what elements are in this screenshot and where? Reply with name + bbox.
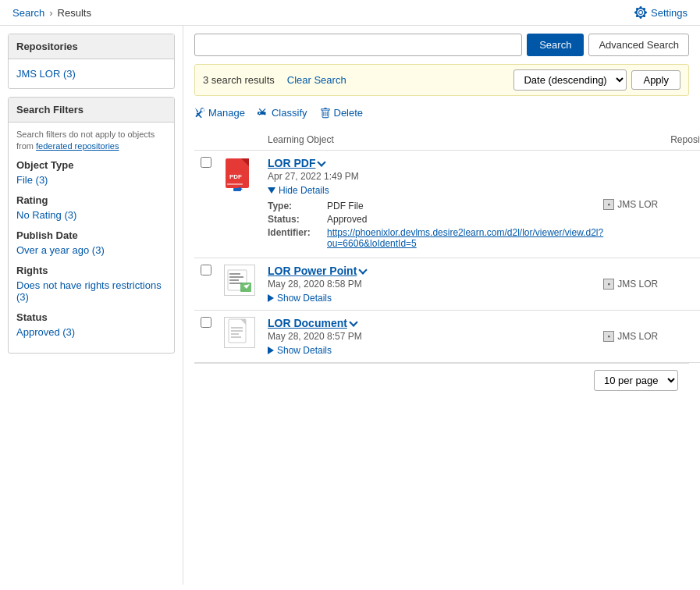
svg-rect-5 xyxy=(227,183,243,185)
filter-group-status: Status Approved (3) xyxy=(16,311,166,339)
repo-icon-3: ▪ xyxy=(603,331,614,342)
show-details-button-3[interactable]: Show Details xyxy=(268,345,332,356)
search-bar: Search Advanced Search xyxy=(194,34,689,56)
row-checkbox-1[interactable] xyxy=(201,157,211,168)
sidebar: Repositories JMS LOR (3) Search Filters … xyxy=(0,26,183,585)
repo-badge-3: ▪ JMS LOR xyxy=(603,331,658,342)
detail-identifier-row: Identifier: https://phoenixlor.devlms.de… xyxy=(268,227,603,249)
triangle-down-icon-1 xyxy=(268,187,275,194)
delete-label: Delete xyxy=(334,107,364,119)
hide-details-button-1[interactable]: Hide Details xyxy=(268,185,329,196)
filter-item-no-rights-restrictions[interactable]: Does not have rights restrictions (3) xyxy=(16,279,166,304)
filter-note: Search filters do not apply to objects f… xyxy=(16,129,166,153)
svg-rect-0 xyxy=(258,112,266,115)
svg-rect-9 xyxy=(229,273,240,275)
doc-thumbnail xyxy=(224,317,255,348)
tag-icon xyxy=(258,108,268,119)
classify-button[interactable]: Classify xyxy=(258,107,307,119)
filters-title: Search Filters xyxy=(9,98,174,123)
show-details-label-2: Show Details xyxy=(277,293,332,304)
action-toolbar: Manage Classify Delete xyxy=(194,104,689,122)
result-title-row-3: LOR Document May 28, 2020 8:57 PM Show D… xyxy=(268,317,658,356)
breadcrumb-separator: › xyxy=(49,7,52,19)
filter-group-object-type: Object Type File (3) xyxy=(16,159,166,187)
advanced-search-button[interactable]: Advanced Search xyxy=(588,34,689,56)
classify-label: Classify xyxy=(272,107,307,119)
title-chevron-3 xyxy=(349,318,357,326)
identifier-label: Identifier: xyxy=(268,227,322,249)
identifier-link[interactable]: https://phoenixlor.devlms.desire2learn.c… xyxy=(327,227,603,249)
result-title-1[interactable]: LOR PDF xyxy=(268,157,325,169)
filter-item-file[interactable]: File (3) xyxy=(16,173,166,187)
details-content-1: Type: PDF File Status: Approved Identifi… xyxy=(268,201,603,249)
repo-name-3: JMS LOR xyxy=(617,331,658,342)
per-page-select[interactable]: 10 per page 25 per page 50 per page xyxy=(594,370,678,391)
manage-button[interactable]: Manage xyxy=(194,107,245,119)
svg-rect-11 xyxy=(229,279,239,281)
filters-section: Search Filters Search filters do not app… xyxy=(8,97,175,354)
top-bar: Search › Results Settings xyxy=(0,0,700,26)
status-label: Status: xyxy=(268,214,322,225)
search-button[interactable]: Search xyxy=(527,34,584,56)
results-count: 3 search results xyxy=(203,74,275,86)
repo-icon-1: ▪ xyxy=(603,199,614,210)
repo-name-1: JMS LOR xyxy=(617,199,658,210)
triangle-right-icon-3 xyxy=(268,347,274,354)
table-row: LOR Document May 28, 2020 8:57 PM Show D… xyxy=(194,311,700,363)
detail-type-row: Type: PDF File xyxy=(268,201,603,211)
svg-text:PDF: PDF xyxy=(229,173,242,180)
repositories-title: Repositories xyxy=(9,34,174,59)
federated-repos-link[interactable]: federated repositories xyxy=(36,141,119,151)
row-checkbox-3[interactable] xyxy=(201,317,211,328)
settings-link[interactable]: Settings xyxy=(634,6,688,19)
title-chevron-2 xyxy=(359,265,368,274)
main-layout: Repositories JMS LOR (3) Search Filters … xyxy=(0,26,700,585)
sort-controls: Date (descending) Date (ascending) Title… xyxy=(513,69,680,91)
apply-button[interactable]: Apply xyxy=(631,70,680,90)
filter-group-title-status: Status xyxy=(16,311,166,323)
doc-icon xyxy=(228,318,251,347)
delete-button[interactable]: Delete xyxy=(320,107,364,119)
result-date-2: May 28, 2020 8:58 PM xyxy=(268,279,603,290)
repo-name-2: JMS LOR xyxy=(617,279,658,290)
bottom-bar: 10 per page 25 per page 50 per page xyxy=(194,363,689,397)
result-title-3[interactable]: LOR Document xyxy=(268,317,357,329)
breadcrumb-search-link[interactable]: Search xyxy=(12,7,44,19)
results-bar: 3 search results Clear Search Date (desc… xyxy=(194,64,689,96)
result-title-row-1: LOR PDF Apr 27, 2022 1:49 PM Hide Detail… xyxy=(268,157,658,251)
filter-group-title-rating: Rating xyxy=(16,194,166,206)
svg-rect-10 xyxy=(229,276,243,278)
filter-group-rights: Rights Does not have rights restrictions… xyxy=(16,265,166,304)
filter-item-approved[interactable]: Approved (3) xyxy=(16,325,166,339)
trash-icon xyxy=(320,108,331,119)
repo-badge-2: ▪ JMS LOR xyxy=(603,279,658,290)
breadcrumb-current: Results xyxy=(58,7,91,19)
title-chevron-1 xyxy=(318,158,326,166)
result-title-row-2: LOR Power Point May 28, 2020 8:58 PM Sho… xyxy=(268,265,658,304)
gear-icon xyxy=(634,6,647,19)
detail-status-row: Status: Approved xyxy=(268,214,603,225)
clear-search-link[interactable]: Clear Search xyxy=(287,74,346,86)
row-checkbox-2[interactable] xyxy=(201,265,211,275)
sort-select[interactable]: Date (descending) Date (ascending) Title… xyxy=(513,69,627,91)
col-learning-object: Learning Object xyxy=(261,130,664,151)
repo-badge-1: ▪ JMS LOR xyxy=(603,199,658,210)
show-details-button-2[interactable]: Show Details xyxy=(268,293,332,304)
filters-content: Search filters do not apply to objects f… xyxy=(9,123,174,353)
pdf-thumbnail: PDF xyxy=(224,157,255,193)
sidebar-repo-item[interactable]: JMS LOR (3) xyxy=(16,66,166,82)
result-date-1: Apr 27, 2022 1:49 PM xyxy=(268,171,603,182)
svg-point-1 xyxy=(259,112,261,114)
ppt-thumbnail xyxy=(224,265,255,296)
result-title-2[interactable]: LOR Power Point xyxy=(268,265,366,277)
svg-rect-12 xyxy=(229,283,242,284)
result-date-3: May 28, 2020 8:57 PM xyxy=(268,331,603,342)
filter-group-rating: Rating No Rating (3) xyxy=(16,194,166,222)
filter-group-title-object-type: Object Type xyxy=(16,159,166,171)
filter-group-title-publish-date: Publish Date xyxy=(16,229,166,241)
filter-item-no-rating[interactable]: No Rating (3) xyxy=(16,208,166,222)
filter-item-over-year[interactable]: Over a year ago (3) xyxy=(16,243,166,257)
content-area: Search Advanced Search 3 search results … xyxy=(183,26,700,585)
search-input[interactable] xyxy=(194,34,522,56)
filter-group-title-rights: Rights xyxy=(16,265,166,276)
